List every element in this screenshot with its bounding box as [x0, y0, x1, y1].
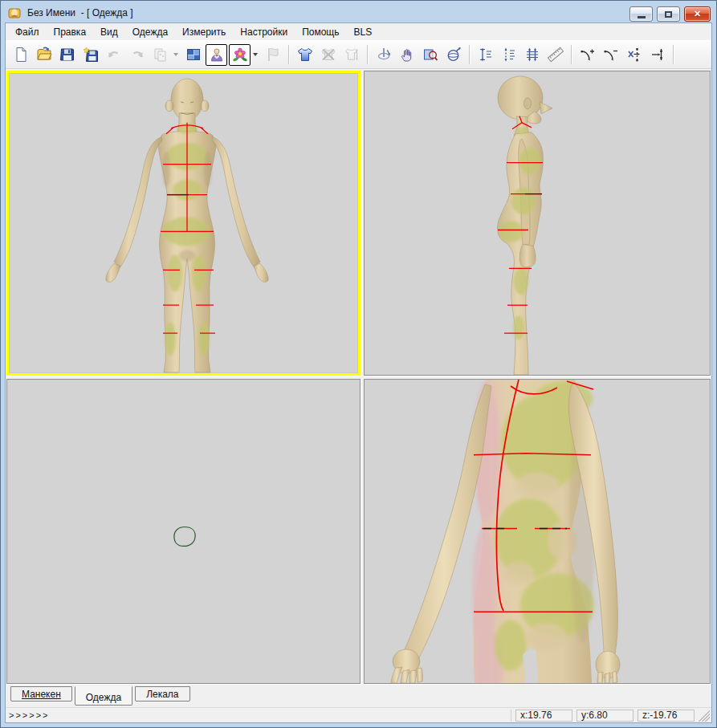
minimize-button[interactable] [629, 6, 653, 22]
tab-clothing[interactable]: Одежда [75, 686, 132, 706]
menu-edit[interactable]: Правка [47, 24, 94, 40]
menu-file[interactable]: Файл [8, 24, 47, 40]
measure-height-icon[interactable] [475, 44, 496, 66]
close-button[interactable]: ✕ [684, 6, 711, 22]
pages-dropdown-icon[interactable] [173, 53, 178, 56]
pattern-neckline-outline [174, 527, 195, 547]
menu-clothing[interactable]: Одежда [125, 24, 175, 40]
maximize-icon [665, 11, 672, 18]
flag-icon[interactable] [262, 44, 283, 66]
menu-view[interactable]: Вид [93, 24, 125, 40]
toolbar-separator [288, 45, 289, 64]
title-bar[interactable]: Без Имени - [ Одежда ] ✕ [5, 1, 712, 22]
pages-preview-icon[interactable] [149, 44, 171, 66]
toolbar-separator [469, 45, 470, 64]
menu-settings[interactable]: Настройки [233, 24, 295, 40]
open-file-icon[interactable] [33, 44, 55, 66]
curve-add-point-icon[interactable] [576, 44, 598, 66]
tab-patterns[interactable]: Лекала [135, 686, 189, 702]
save-icon[interactable] [56, 44, 78, 66]
clothing-tshirt-icon[interactable] [294, 44, 316, 66]
viewport-pattern-view[interactable] [6, 379, 361, 684]
pan-hand-icon[interactable] [396, 44, 418, 66]
ruler-icon[interactable] [544, 44, 566, 66]
maximize-button[interactable] [657, 6, 680, 22]
toolbar-separator [571, 45, 572, 64]
viewport-perspective-view[interactable] [364, 379, 711, 684]
menu-help[interactable]: Помощь [295, 24, 346, 40]
save-import-icon[interactable] [79, 44, 101, 66]
command-prompt: >>>>>> [9, 710, 511, 722]
view-tab-bar: Манекен Одежда Лекала [6, 685, 711, 707]
menu-bar: Файл Правка Вид Одежда Измерить Настройк… [6, 23, 711, 40]
rotate-view-icon[interactable] [373, 44, 394, 66]
show-mannequin-icon[interactable] [206, 44, 227, 66]
point-move-icon[interactable] [623, 44, 645, 66]
coord-y: y:6.80 [576, 710, 633, 722]
window-title: Без Имени - [ Одежда ] [27, 7, 133, 18]
viewport-front-view[interactable] [6, 71, 361, 376]
undo-icon[interactable] [103, 44, 124, 66]
viewport-layout-icon[interactable] [182, 44, 204, 66]
resize-grip[interactable] [699, 710, 710, 722]
rotate-3d-icon[interactable] [442, 44, 464, 66]
zoom-window-icon[interactable] [419, 44, 441, 66]
toolbar-separator [673, 45, 674, 64]
status-bar: >>>>>> x:19.76 y:6.80 z:-19.76 [6, 707, 711, 722]
texture-flower-icon[interactable] [229, 44, 251, 66]
texture-dropdown-icon[interactable] [253, 53, 258, 56]
redo-icon[interactable] [126, 44, 148, 66]
coord-z: z:-19.76 [638, 710, 695, 722]
workspace [6, 69, 711, 685]
toolbar-separator [367, 45, 368, 64]
minimize-icon [638, 16, 646, 18]
toolbar [6, 40, 711, 69]
coord-x: x:19.76 [515, 710, 572, 722]
curve-remove-point-icon[interactable] [600, 44, 621, 66]
menu-measure[interactable]: Измерить [175, 24, 233, 40]
close-icon: ✕ [694, 10, 701, 18]
viewport-side-view[interactable] [364, 71, 711, 376]
new-document-icon[interactable] [10, 44, 31, 66]
clothing-remove-icon[interactable] [317, 44, 339, 66]
menu-bls[interactable]: BLS [347, 24, 380, 40]
measure-double-icon[interactable] [521, 44, 543, 66]
clothing-measure-icon[interactable] [340, 44, 362, 66]
measure-height-dashed-icon[interactable] [498, 44, 519, 66]
app-icon [8, 6, 22, 19]
point-align-icon[interactable] [646, 44, 668, 66]
tab-mannequin[interactable]: Манекен [10, 686, 72, 702]
application-window: Без Имени - [ Одежда ] ✕ Файл Правка Вид… [0, 0, 717, 728]
